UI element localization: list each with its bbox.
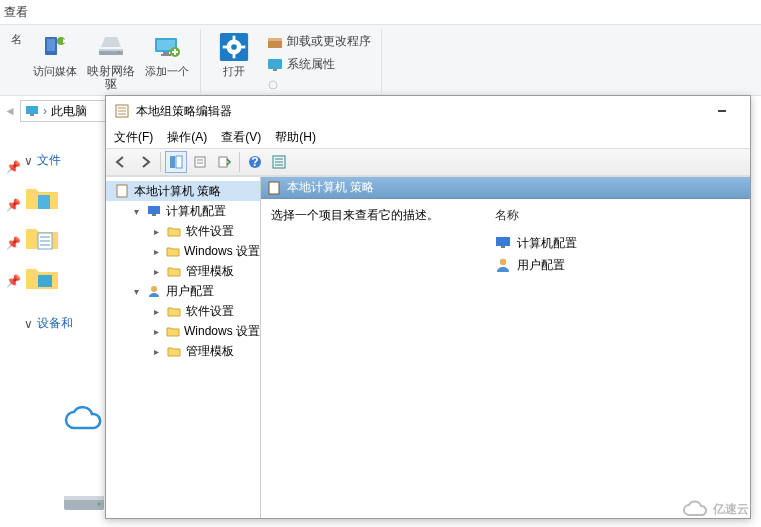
ribbon: 名 访问媒体 映射网络驱 添加一个 bbox=[0, 24, 761, 96]
expand-icon[interactable]: ▸ bbox=[154, 306, 164, 317]
ribbon-tab-view[interactable]: 查看 bbox=[0, 0, 761, 24]
gpedit-window: 本地组策略编辑器 文件(F) 操作(A) 查看(V) 帮助(H) ? 本地计算机… bbox=[105, 95, 751, 519]
sidebar-folder-item[interactable] bbox=[24, 257, 104, 297]
items-list: 名称 计算机配置 用户配置 bbox=[495, 207, 740, 510]
svg-rect-23 bbox=[26, 106, 38, 114]
export-button[interactable] bbox=[213, 151, 235, 173]
svg-point-58 bbox=[500, 259, 506, 265]
svg-rect-56 bbox=[496, 237, 510, 246]
list-item-user-config[interactable]: 用户配置 bbox=[495, 254, 740, 276]
svg-point-5 bbox=[118, 51, 120, 53]
policy-doc-icon bbox=[267, 181, 281, 195]
drive-network-icon bbox=[95, 31, 127, 63]
explorer-sidebar: 📌 📌 📌 📌 ∨文件 ∨设备和 bbox=[0, 130, 110, 346]
forward-button[interactable] bbox=[134, 151, 156, 173]
expand-icon[interactable]: ▸ bbox=[154, 346, 164, 357]
add-one-button[interactable]: 添加一个 bbox=[140, 29, 194, 80]
ribbon-naming-fragment: 名 bbox=[6, 29, 26, 48]
tree-windows-settings[interactable]: ▸ Windows 设置 bbox=[106, 241, 260, 261]
svg-rect-1 bbox=[47, 39, 55, 51]
system-properties-button[interactable]: 系统属性 bbox=[263, 54, 375, 75]
menu-action[interactable]: 操作(A) bbox=[167, 129, 207, 146]
map-network-drive-button[interactable]: 映射网络驱 bbox=[84, 29, 138, 93]
column-header-name[interactable]: 名称 bbox=[495, 207, 740, 224]
svg-rect-9 bbox=[161, 54, 171, 56]
svg-rect-53 bbox=[152, 214, 156, 216]
pin-icon: 📌 bbox=[6, 236, 21, 250]
svg-rect-39 bbox=[170, 156, 175, 168]
monitor-plus-icon bbox=[151, 31, 183, 63]
menu-file[interactable]: 文件(F) bbox=[114, 129, 153, 146]
policy-tree: 本地计算机 策略 ▾ 计算机配置 ▸ 软件设置 ▸ Windows 设置 ▸ 管… bbox=[106, 177, 261, 518]
svg-rect-55 bbox=[269, 182, 279, 194]
sidebar-folder-item[interactable] bbox=[24, 177, 104, 217]
svg-rect-19 bbox=[268, 38, 282, 41]
expand-icon[interactable]: ▸ bbox=[154, 246, 163, 257]
folder-icon bbox=[165, 243, 180, 259]
folders-section-header[interactable]: ∨文件 bbox=[24, 152, 104, 169]
pc-icon bbox=[25, 104, 39, 118]
back-button[interactable]: ◄ bbox=[4, 104, 16, 118]
open-button[interactable]: 打开 bbox=[207, 29, 261, 80]
svg-rect-14 bbox=[233, 36, 236, 41]
svg-point-22 bbox=[269, 81, 277, 89]
folder-icon bbox=[166, 263, 182, 279]
uninstall-programs-button[interactable]: 卸载或更改程序 bbox=[263, 31, 375, 52]
collapse-icon[interactable]: ▾ bbox=[134, 206, 144, 217]
sidebar-folder-item[interactable] bbox=[24, 217, 104, 257]
app-icon bbox=[114, 103, 130, 119]
computer-icon bbox=[495, 235, 511, 251]
gear-open-icon bbox=[218, 31, 250, 63]
svg-rect-57 bbox=[501, 246, 505, 248]
cloud-logo-icon bbox=[681, 499, 709, 519]
devices-section-header[interactable]: ∨设备和 bbox=[24, 315, 104, 332]
collapse-icon[interactable]: ▾ bbox=[134, 286, 144, 297]
watermark: 亿速云 bbox=[681, 499, 749, 519]
access-media-button[interactable]: 访问媒体 bbox=[28, 29, 82, 80]
tree-windows-settings[interactable]: ▸ Windows 设置 bbox=[106, 321, 260, 341]
box-icon bbox=[267, 34, 283, 50]
tree-computer-config[interactable]: ▾ 计算机配置 bbox=[106, 201, 260, 221]
list-item-computer-config[interactable]: 计算机配置 bbox=[495, 232, 740, 254]
expand-icon[interactable]: ▸ bbox=[154, 226, 164, 237]
svg-rect-17 bbox=[241, 46, 246, 49]
back-button[interactable] bbox=[110, 151, 132, 173]
description-pane: 选择一个项目来查看它的描述。 bbox=[271, 207, 471, 510]
policy-doc-icon bbox=[114, 183, 130, 199]
tree-user-config[interactable]: ▾ 用户配置 bbox=[106, 281, 260, 301]
minimize-button[interactable] bbox=[702, 97, 742, 125]
expand-icon[interactable]: ▸ bbox=[154, 266, 164, 277]
svg-point-33 bbox=[98, 503, 101, 506]
folder-icon bbox=[165, 323, 180, 339]
svg-rect-30 bbox=[38, 275, 52, 287]
svg-text:?: ? bbox=[251, 155, 258, 169]
tree-software-settings[interactable]: ▸ 软件设置 bbox=[106, 301, 260, 321]
expand-icon[interactable]: ▸ bbox=[154, 326, 163, 337]
svg-rect-4 bbox=[99, 49, 123, 51]
monitor-icon bbox=[267, 57, 283, 73]
tree-admin-templates[interactable]: ▸ 管理模板 bbox=[106, 341, 260, 361]
svg-rect-32 bbox=[64, 496, 104, 500]
help-button[interactable]: ? bbox=[244, 151, 266, 173]
onedrive-icon[interactable] bbox=[62, 406, 106, 436]
properties-button[interactable] bbox=[189, 151, 211, 173]
menu-view[interactable]: 查看(V) bbox=[221, 129, 261, 146]
local-disk-icon[interactable] bbox=[62, 490, 106, 512]
toolbar: ? bbox=[106, 148, 750, 176]
tree-root[interactable]: 本地计算机 策略 bbox=[106, 181, 260, 201]
user-icon bbox=[146, 283, 162, 299]
menu-help[interactable]: 帮助(H) bbox=[275, 129, 316, 146]
svg-rect-16 bbox=[223, 46, 228, 49]
folder-icon bbox=[166, 343, 182, 359]
folder-icon bbox=[166, 303, 182, 319]
breadcrumb[interactable]: › 此电脑 bbox=[20, 100, 110, 122]
menubar: 文件(F) 操作(A) 查看(V) 帮助(H) bbox=[106, 126, 750, 148]
titlebar: 本地组策略编辑器 bbox=[106, 96, 750, 126]
show-tree-button[interactable] bbox=[165, 151, 187, 173]
svg-rect-44 bbox=[219, 157, 227, 167]
ribbon-more-button[interactable] bbox=[263, 77, 375, 93]
tree-admin-templates[interactable]: ▸ 管理模板 bbox=[106, 261, 260, 281]
svg-rect-25 bbox=[38, 195, 50, 209]
filter-button[interactable] bbox=[268, 151, 290, 173]
tree-software-settings[interactable]: ▸ 软件设置 bbox=[106, 221, 260, 241]
